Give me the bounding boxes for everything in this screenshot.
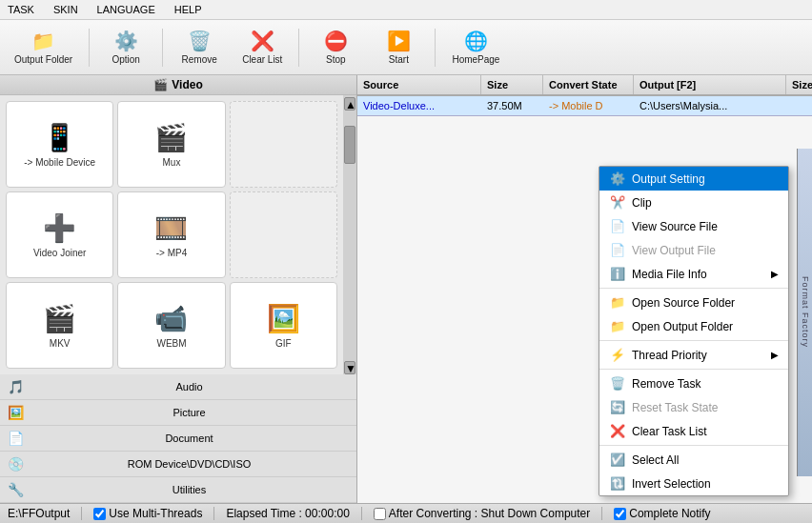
toolbar: 📁 Output Folder ⚙️ Option 🗑️ Remove ❌ Cl…: [0, 20, 812, 75]
menu-task[interactable]: TASK: [4, 2, 38, 17]
clear-task-icon: ❌: [609, 424, 626, 438]
remove-btn[interactable]: 🗑️ Remove: [171, 25, 228, 70]
grid-webm[interactable]: 📹 WEBM: [117, 282, 225, 369]
view-output-icon: 📄: [609, 243, 626, 257]
document-icon: 📄: [8, 431, 24, 446]
stop-icon: ⛔: [324, 30, 348, 52]
output-folder-btn[interactable]: 📁 Output Folder: [6, 25, 81, 70]
ctx-view-source[interactable]: 📄 View Source File: [599, 214, 788, 238]
audio-icon: 🎵: [8, 379, 24, 394]
grid-video-joiner[interactable]: ➕ Video Joiner: [6, 191, 113, 278]
mobile-device-icon: 📱: [43, 122, 76, 153]
menu-skin[interactable]: SKIN: [50, 2, 82, 17]
ctx-select-all[interactable]: ☑️ Select All: [599, 448, 788, 472]
ctx-invert-selection[interactable]: 🔃 Invert Selection: [599, 472, 788, 495]
status-sep-4: [601, 507, 602, 520]
nav-rom[interactable]: 💿 ROM Device\DVD\CD\ISO: [0, 452, 356, 477]
ctx-remove-task[interactable]: 🗑️ Remove Task: [599, 372, 788, 395]
toolbar-sep-4: [435, 29, 436, 67]
scroll-track[interactable]: ▲ ▼: [343, 95, 356, 374]
source-folder-icon: 📁: [609, 295, 626, 310]
left-panel: 🎬 Video 📱 -> Mobile Device 🎬 Mux ➕ Video…: [0, 75, 357, 503]
thread-arrow: ▶: [771, 350, 779, 360]
format-factory-label: Format Factory: [797, 149, 812, 476]
cell-source: Video-Deluxe...: [357, 96, 481, 115]
clear-icon: ❌: [251, 30, 274, 52]
start-btn[interactable]: ▶️ Start: [370, 25, 427, 70]
invert-selection-icon: 🔃: [609, 476, 626, 491]
media-info-icon: ℹ️: [609, 267, 626, 281]
ctx-sep-2: [599, 340, 788, 341]
menu-language[interactable]: LANGUAGE: [93, 2, 159, 17]
panel-header: 🎬 Video: [0, 75, 356, 95]
nav-audio[interactable]: 🎵 Audio: [0, 374, 356, 400]
menu-help[interactable]: HELP: [171, 2, 206, 17]
grid-mkv[interactable]: 🎬 MKV: [6, 282, 113, 369]
ctx-open-output-folder[interactable]: 📁 Open Output Folder: [599, 314, 788, 338]
after-converting-label: After Converting : Shut Down Computer: [389, 507, 590, 520]
globe-icon: 🌐: [464, 30, 488, 52]
table-row[interactable]: Video-Deluxe... 37.50M -> Mobile D C:\Us…: [357, 96, 812, 116]
gear-icon: ⚙️: [114, 30, 138, 52]
folder-icon: 📁: [31, 30, 55, 52]
ctx-output-setting[interactable]: ⚙️ Output Setting: [599, 167, 788, 191]
start-icon: ▶️: [387, 30, 411, 52]
toolbar-sep-3: [298, 29, 299, 67]
scroll-thumb[interactable]: [344, 126, 355, 164]
toolbar-sep-1: [89, 29, 90, 67]
grid-mobile-device[interactable]: 📱 -> Mobile Device: [6, 101, 113, 188]
webm-icon: 📹: [154, 303, 188, 334]
clear-list-btn[interactable]: ❌ Clear List: [233, 25, 291, 70]
ctx-clip[interactable]: ✂️ Clip: [599, 191, 788, 214]
ctx-thread-priority[interactable]: ⚡ Thread Priority ▶: [599, 343, 788, 367]
multithreads-check: Use Multi-Threads: [93, 507, 202, 520]
ctx-media-info[interactable]: ℹ️ Media File Info ▶: [599, 262, 788, 286]
status-sep-3: [361, 507, 362, 520]
nav-utilities[interactable]: 🔧 Utilities: [0, 477, 356, 503]
output-folder-icon: 📁: [609, 319, 626, 333]
col-header-size2: Size: [786, 75, 812, 94]
col-header-size: Size: [481, 75, 543, 94]
homepage-btn[interactable]: 🌐 HomePage: [443, 25, 508, 70]
video-icon: 🎬: [153, 78, 168, 91]
scroll-up-btn[interactable]: ▲: [344, 97, 355, 111]
option-btn[interactable]: ⚙️ Option: [97, 25, 154, 70]
grid-mp4[interactable]: 🎞️ -> MP4: [117, 191, 225, 278]
main-area: 🎬 Video 📱 -> Mobile Device 🎬 Mux ➕ Video…: [0, 75, 812, 503]
complete-notify-check: Complete Notify: [614, 507, 710, 520]
cell-output: C:\Users\Malysia...: [634, 96, 786, 115]
disc-icon: 💿: [8, 456, 24, 472]
scroll-down-btn[interactable]: ▼: [344, 361, 355, 374]
nav-document[interactable]: 📄 Document: [0, 426, 356, 452]
cell-size: 37.50M: [481, 96, 543, 115]
cell-cstate: -> Mobile D: [543, 96, 634, 115]
video-joiner-icon: ➕: [43, 212, 76, 244]
ctx-clear-task-list[interactable]: ❌ Clear Task List: [599, 419, 788, 443]
ctx-sep-3: [599, 369, 788, 370]
toolbar-sep-2: [162, 29, 163, 67]
after-converting-checkbox[interactable]: [374, 508, 386, 520]
complete-notify-label: Complete Notify: [629, 507, 710, 520]
grid-gif[interactable]: 🖼️ GIF: [230, 282, 337, 369]
context-menu: ⚙️ Output Setting ✂️ Clip 📄 View Source …: [599, 166, 789, 496]
col-header-cstate: Convert State: [543, 75, 634, 94]
grid-empty-1: [230, 101, 337, 188]
ctx-open-source-folder[interactable]: 📁 Open Source Folder: [599, 291, 788, 314]
mkv-icon: 🎬: [43, 303, 76, 334]
multithreads-checkbox[interactable]: [93, 508, 106, 520]
stop-btn[interactable]: ⛔ Stop: [307, 25, 364, 70]
complete-notify-checkbox[interactable]: [614, 508, 626, 520]
col-header-source: Source: [357, 75, 481, 94]
ctx-view-output: 📄 View Output File: [599, 238, 788, 262]
thread-icon: ⚡: [609, 348, 626, 362]
nav-items: 🎵 Audio 🖼️ Picture 📄 Document 💿 ROM Devi…: [0, 374, 356, 503]
media-info-arrow: ▶: [771, 269, 779, 279]
status-sep-1: [81, 507, 82, 520]
nav-picture[interactable]: 🖼️ Picture: [0, 400, 356, 426]
view-source-icon: 📄: [609, 219, 626, 233]
grid-mux[interactable]: 🎬 Mux: [117, 101, 225, 188]
output-path: E:\FFOutput: [8, 507, 70, 520]
status-sep-2: [213, 507, 214, 520]
picture-icon: 🖼️: [8, 405, 24, 420]
mp4-icon: 🎞️: [154, 212, 188, 244]
